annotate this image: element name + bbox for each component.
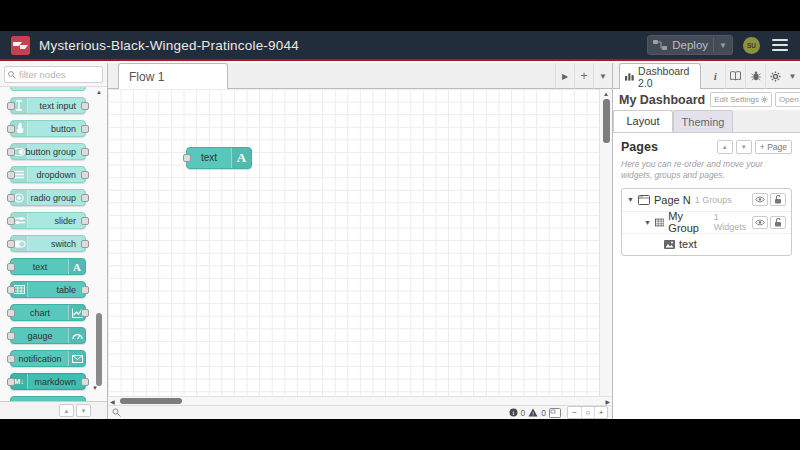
book-icon xyxy=(730,71,741,81)
output-port[interactable] xyxy=(81,286,89,294)
input-port[interactable] xyxy=(7,378,15,386)
palette-node-text[interactable]: A text xyxy=(10,258,86,275)
node-palette: text input button button group xyxy=(0,63,108,419)
palette-scrollbar-thumb[interactable] xyxy=(96,313,102,386)
next-tab-icon[interactable]: ▶ xyxy=(555,63,574,89)
scroll-right-icon[interactable]: ▶ xyxy=(605,398,610,405)
pages-section: Pages ▲ ▼ + Page Here you can re-order a… xyxy=(613,133,800,263)
palette-node-switch[interactable]: switch xyxy=(10,235,86,252)
output-port[interactable] xyxy=(81,217,89,225)
output-port[interactable] xyxy=(81,171,89,179)
letter-a-icon: A xyxy=(231,148,251,168)
input-port[interactable] xyxy=(7,125,15,133)
palette-node-button-group[interactable]: button group xyxy=(10,143,86,160)
canvas-horizontal-scrollbar[interactable]: ◀ ▶ xyxy=(108,396,612,405)
main-menu-button[interactable] xyxy=(770,37,790,54)
hscroll-thumb[interactable] xyxy=(120,398,182,404)
widget-label: text xyxy=(679,238,697,250)
tree-row-widget[interactable]: text xyxy=(622,233,791,255)
chevron-down-icon[interactable]: ▼ xyxy=(644,219,651,226)
input-port[interactable] xyxy=(7,102,15,110)
palette-expand-all-button[interactable]: ▼ xyxy=(76,404,91,417)
output-port[interactable] xyxy=(81,148,89,156)
palette-node-dropdown[interactable]: dropdown xyxy=(10,166,86,183)
output-port[interactable] xyxy=(81,194,89,202)
deploy-button[interactable]: Deploy ▼ xyxy=(647,35,733,55)
add-page-button[interactable]: + Page xyxy=(755,140,792,154)
canvas-vertical-scrollbar[interactable]: ▲ xyxy=(599,89,612,396)
config-tab-button[interactable] xyxy=(765,63,785,89)
help-tab-button[interactable] xyxy=(725,63,745,89)
input-port[interactable] xyxy=(7,332,15,340)
sidebar-menu-caret-icon[interactable]: ▼ xyxy=(785,63,800,89)
output-port[interactable] xyxy=(81,240,89,248)
tree-row-page[interactable]: ▼ Page N 1 Groups xyxy=(622,189,791,211)
flow-canvas[interactable]: text A xyxy=(108,89,612,396)
input-port[interactable] xyxy=(7,194,15,202)
canvas-node-text[interactable]: text A xyxy=(186,147,252,169)
visibility-button[interactable] xyxy=(752,216,768,229)
palette-search[interactable] xyxy=(4,66,103,83)
lock-button[interactable] xyxy=(770,216,786,229)
input-port[interactable] xyxy=(7,263,15,271)
move-up-button[interactable]: ▲ xyxy=(717,140,733,154)
input-port[interactable] xyxy=(183,154,191,162)
palette-node-button[interactable]: button xyxy=(10,120,86,137)
info-tab-button[interactable]: i xyxy=(705,63,725,89)
palette-collapse-all-button[interactable]: ▲ xyxy=(59,404,74,417)
pages-header: Pages ▲ ▼ + Page xyxy=(621,140,792,154)
palette-scroll-down-icon[interactable]: ▼ xyxy=(92,385,98,391)
deploy-caret-icon[interactable]: ▼ xyxy=(719,41,727,50)
deploy-icon xyxy=(653,40,667,50)
input-port[interactable] xyxy=(7,355,15,363)
scroll-up-icon[interactable]: ▲ xyxy=(603,91,609,97)
deploy-label: Deploy xyxy=(672,39,708,51)
input-port[interactable] xyxy=(7,171,15,179)
tab-dashboard-2[interactable]: Dashboard 2.0 xyxy=(619,63,701,89)
tree-row-group[interactable]: ▼ My Group 1 Widgets xyxy=(622,211,791,233)
search-icon[interactable] xyxy=(112,408,121,417)
move-down-button[interactable]: ▼ xyxy=(736,140,752,154)
output-port[interactable] xyxy=(81,125,89,133)
palette-node-radio-group[interactable]: radio group xyxy=(10,189,86,206)
warning-count-icon: ! xyxy=(528,408,538,417)
chevron-down-icon[interactable]: ▼ xyxy=(627,196,634,203)
tab-theming[interactable]: Theming xyxy=(673,110,733,132)
output-port[interactable] xyxy=(81,102,89,110)
edit-settings-button[interactable]: Edit Settings xyxy=(710,92,772,107)
palette-node-text-input[interactable]: text input xyxy=(10,97,86,114)
output-port[interactable] xyxy=(81,378,89,386)
open-dashboard-button[interactable]: Open Dashboard xyxy=(775,92,800,107)
debug-tab-button[interactable] xyxy=(745,63,765,89)
palette-node-table[interactable]: table xyxy=(10,281,86,298)
visibility-button[interactable] xyxy=(752,193,768,206)
palette-scroll-up-icon[interactable]: ▲ xyxy=(96,89,102,95)
tab-layout[interactable]: Layout xyxy=(613,110,673,132)
input-port[interactable] xyxy=(7,240,15,248)
zoom-in-button[interactable]: + xyxy=(594,407,607,418)
output-port[interactable] xyxy=(81,309,89,317)
zoom-reset-button[interactable]: ○ xyxy=(581,407,594,418)
vscroll-thumb[interactable] xyxy=(603,99,610,143)
flow-tab[interactable]: Flow 1 xyxy=(118,63,228,89)
input-port[interactable] xyxy=(7,286,15,294)
zoom-out-button[interactable]: − xyxy=(568,407,581,418)
input-port[interactable] xyxy=(7,148,15,156)
palette-node-gauge[interactable]: gauge xyxy=(10,327,86,344)
palette-node-notification[interactable]: notification xyxy=(10,350,86,367)
palette-footer: ▲ ▼ xyxy=(0,401,107,419)
palette-node-chart[interactable]: chart xyxy=(10,304,86,321)
palette-filter-input[interactable] xyxy=(19,69,89,80)
flow-list-icon[interactable]: ▼ xyxy=(593,63,612,89)
scroll-left-icon[interactable]: ◀ xyxy=(110,398,115,405)
lock-button[interactable] xyxy=(770,193,786,206)
input-port[interactable] xyxy=(7,217,15,225)
add-flow-button[interactable]: + xyxy=(574,63,593,89)
palette-node-partial-top[interactable] xyxy=(10,87,86,91)
dashboard-header-row: My Dashboard Edit Settings Open Dashboar… xyxy=(613,89,800,111)
palette-node-markdown[interactable]: M↓ markdown xyxy=(10,373,86,390)
palette-node-slider[interactable]: slider xyxy=(10,212,86,229)
navigator-toggle-icon[interactable] xyxy=(549,408,561,418)
input-port[interactable] xyxy=(7,309,15,317)
user-avatar[interactable]: SU xyxy=(743,37,760,54)
